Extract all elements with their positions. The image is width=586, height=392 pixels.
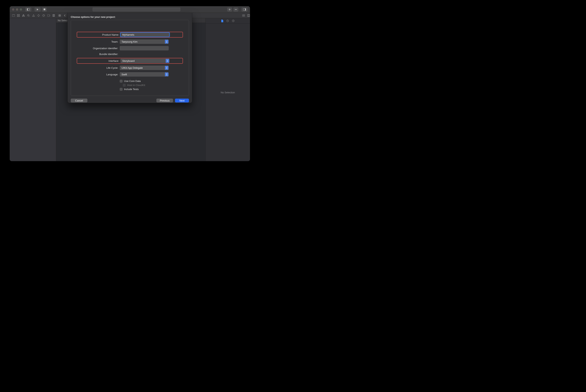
select-stepper-icon: ▲▼ — [165, 40, 168, 44]
svg-rect-8 — [24, 16, 25, 16]
code-review-button[interactable] — [233, 7, 238, 12]
navigator-area — [10, 18, 56, 161]
breakpoint-navigator-tab[interactable] — [47, 14, 50, 17]
arrows-icon — [235, 8, 237, 10]
org-id-label: Organization Identifier: — [77, 47, 118, 50]
activity-viewer[interactable] — [93, 7, 180, 12]
hierarchy-icon — [22, 14, 25, 17]
inspector-empty-text: No Selection — [221, 91, 235, 94]
stop-button[interactable] — [42, 7, 47, 12]
svg-rect-12 — [59, 14, 60, 15]
include-tests-row: Include Tests — [77, 88, 183, 91]
svg-rect-1 — [27, 8, 28, 10]
life-cycle-select[interactable]: UIKit App Delegate ▲▼ — [120, 66, 169, 70]
team-select[interactable]: Taeyoung Kim ▲▼ — [120, 40, 169, 44]
stop-icon — [44, 8, 45, 10]
titlebar — [10, 6, 250, 13]
include-tests-checkbox[interactable] — [120, 88, 123, 91]
split-icon — [247, 14, 250, 17]
lines-icon — [242, 14, 245, 16]
previous-button-label: Previous — [160, 99, 170, 102]
svg-point-9 — [28, 14, 29, 16]
svg-rect-4 — [245, 8, 246, 10]
use-core-data-label: Use Core Data — [124, 80, 141, 82]
use-core-data-row: Use Core Data — [77, 80, 183, 82]
include-tests-label: Include Tests — [124, 88, 139, 91]
issue-navigator-tab[interactable] — [32, 14, 35, 17]
svg-rect-13 — [60, 14, 61, 15]
related-items-button[interactable] — [58, 14, 61, 17]
toggle-navigator-button[interactable] — [25, 7, 32, 12]
clock-icon — [226, 20, 229, 22]
svg-text:?: ? — [233, 20, 234, 22]
svg-rect-14 — [59, 16, 60, 17]
highlight-product-name: Product Name: MyNameIs — [77, 32, 183, 38]
close-window-button[interactable] — [12, 8, 14, 11]
life-cycle-value: UIKit App Delegate — [122, 66, 143, 69]
svg-rect-7 — [22, 16, 23, 16]
dialog-title: Choose options for your new project: — [68, 13, 192, 20]
use-core-data-checkbox[interactable] — [120, 80, 123, 82]
svg-rect-2 — [44, 8, 45, 10]
new-project-options-dialog: Choose options for your new project: Pro… — [68, 13, 192, 103]
select-stepper-icon: ▲▼ — [165, 72, 168, 76]
symbol-navigator-tab[interactable] — [22, 14, 25, 17]
next-button[interactable]: Next — [175, 98, 189, 102]
product-name-value: MyNameIs — [122, 33, 134, 36]
project-navigator-tab[interactable] — [12, 14, 15, 17]
file-inspector-tab[interactable] — [221, 20, 223, 22]
grid-icon — [59, 14, 61, 17]
inspector-empty-state: No Selection — [206, 24, 250, 161]
list-icon — [53, 14, 55, 17]
interface-value: Storyboard — [122, 60, 135, 62]
x-square-icon — [17, 14, 20, 17]
folder-icon — [12, 14, 15, 16]
language-select[interactable]: Swift ▲▼ — [120, 72, 169, 76]
product-name-input[interactable]: MyNameIs — [121, 32, 169, 37]
team-value: Taeyoung Kim — [122, 40, 137, 43]
interface-select[interactable]: Storyboard ▲▼ — [121, 59, 169, 63]
test-navigator-tab[interactable] — [37, 14, 40, 17]
library-button[interactable] — [227, 7, 232, 12]
team-label: Team: — [77, 40, 118, 43]
go-back-button[interactable] — [63, 14, 66, 17]
cancel-button[interactable]: Cancel — [71, 98, 87, 102]
history-inspector-tab[interactable] — [226, 20, 229, 22]
dialog-footer: Cancel Previous Next — [68, 98, 192, 106]
zoom-window-button[interactable] — [20, 8, 22, 11]
language-label: Language: — [77, 73, 118, 76]
tag-icon — [48, 14, 50, 16]
toggle-inspector-button[interactable] — [241, 7, 248, 12]
cancel-button-label: Cancel — [75, 99, 83, 102]
quick-help-inspector-tab[interactable]: ? — [232, 20, 235, 22]
life-cycle-label: Life Cycle: — [77, 66, 118, 69]
host-cloudkit-row: Host in CloudKit — [77, 84, 183, 86]
previous-button[interactable]: Previous — [156, 98, 173, 102]
bundle-id-label: Bundle Identifier: — [77, 53, 118, 56]
select-stepper-icon: ▲▼ — [165, 66, 168, 70]
org-id-input[interactable] — [120, 46, 169, 50]
sidebar-left-icon — [27, 8, 30, 11]
host-cloudkit-checkbox — [123, 84, 126, 86]
select-stepper-icon: ▲▼ — [166, 59, 169, 63]
find-navigator-tab[interactable] — [27, 14, 30, 17]
debug-navigator-tab[interactable] — [42, 14, 45, 17]
minimize-window-button[interactable] — [16, 8, 18, 11]
play-icon — [37, 8, 39, 10]
language-value: Swift — [122, 73, 127, 76]
add-editor-button[interactable] — [247, 14, 250, 17]
report-navigator-tab[interactable] — [52, 14, 55, 17]
traffic-lights — [12, 8, 22, 11]
source-control-navigator-tab[interactable] — [17, 14, 20, 17]
sidebar-right-icon — [243, 8, 246, 11]
host-cloudkit-label: Host in CloudKit — [127, 84, 145, 86]
svg-rect-15 — [60, 16, 61, 17]
diamond-icon — [38, 14, 40, 17]
warning-icon — [32, 14, 35, 17]
run-button[interactable] — [35, 7, 41, 12]
product-name-label: Product Name: — [78, 33, 119, 36]
help-icon: ? — [232, 20, 235, 22]
adjust-editor-options-button[interactable] — [242, 14, 245, 17]
plus-icon — [228, 8, 231, 11]
document-icon — [221, 20, 223, 22]
